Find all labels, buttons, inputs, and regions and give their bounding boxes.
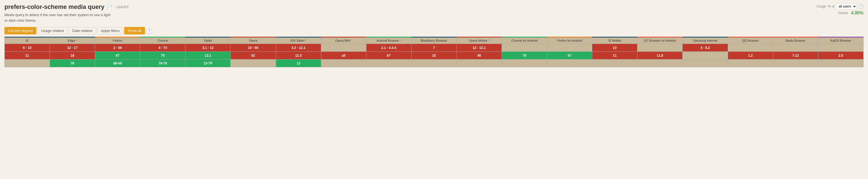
browser-header-ie-mob: IE Mobile bbox=[592, 37, 638, 44]
table-row: 1118677512.16212.3all67104675671111.81.2… bbox=[5, 52, 864, 59]
table-row: 6 - 1012 - 172 - 664 - 743.1 - 1210 - 60… bbox=[5, 44, 864, 52]
cell-chrome: 76-78 bbox=[140, 59, 185, 67]
browser-header-android: Android Browser * bbox=[366, 37, 411, 44]
cell-ios: 3.2 - 12.1 bbox=[276, 44, 321, 52]
browser-header-qq: QQ Browser bbox=[728, 37, 773, 44]
cell-opera-mini bbox=[321, 44, 366, 52]
browser-header-ie: IE bbox=[5, 37, 50, 44]
table-row: 7668-6976-7813-TP13 bbox=[5, 59, 864, 67]
cell-opera: 10 - 60 bbox=[230, 44, 276, 52]
browser-header-safari: Safari bbox=[185, 37, 230, 44]
cell-baidu bbox=[773, 59, 818, 67]
global-label: Global bbox=[838, 11, 848, 15]
filter-help-button[interactable]: ? bbox=[146, 28, 152, 34]
title-text: prefers-color-scheme media query bbox=[4, 3, 104, 10]
cell-baidu bbox=[773, 44, 818, 52]
cell-kaios bbox=[818, 59, 863, 67]
browser-header-uc: UC Browser for Android bbox=[638, 37, 683, 44]
global-value: 4.95% bbox=[851, 10, 864, 16]
browser-header-baidu: Baidu Browser bbox=[773, 37, 818, 44]
cell-kaios: 2.5 bbox=[818, 52, 863, 59]
browser-header-samsung: Samsung Internet bbox=[683, 37, 728, 44]
cell-opera: 62 bbox=[230, 52, 276, 59]
date-relative-button[interactable]: Date relative bbox=[69, 27, 96, 34]
cell-android bbox=[366, 59, 411, 67]
browser-header-firefox: Firefox bbox=[95, 37, 140, 44]
cell-chrome: 75 bbox=[140, 52, 185, 59]
apply-filters-button[interactable]: Apply filters bbox=[97, 27, 123, 34]
unoff-badge: - UNOFF bbox=[115, 5, 129, 9]
browser-header-edge: Edge * bbox=[50, 37, 95, 44]
cell-firefox: 2 - 66 bbox=[95, 44, 140, 52]
cell-blackberry: 10 bbox=[411, 52, 457, 59]
cell-edge: 76 bbox=[50, 59, 95, 67]
cell-safari: 12.1 bbox=[185, 52, 230, 59]
show-all-button[interactable]: Show all bbox=[124, 27, 145, 34]
description: Media query to detect if the user has se… bbox=[4, 12, 808, 23]
cell-uc bbox=[638, 44, 683, 52]
browser-header-opera: Opera bbox=[230, 37, 276, 44]
cell-opera-mob bbox=[457, 59, 502, 67]
browser-header-ios: iOS Safari * bbox=[276, 37, 321, 44]
cell-ff-and bbox=[547, 44, 592, 52]
cell-android: 2.1 - 4.4.4 bbox=[366, 44, 411, 52]
cell-ios: 13 bbox=[276, 59, 321, 67]
cell-edge: 12 - 17 bbox=[50, 44, 95, 52]
browser-header-opera-mob: Opera Mobile * bbox=[457, 37, 502, 44]
support-data-rows: 6 - 1012 - 172 - 664 - 743.1 - 1210 - 60… bbox=[5, 44, 864, 67]
cell-uc bbox=[638, 59, 683, 67]
page-title: prefers-color-scheme media query 📄 - UNO… bbox=[4, 3, 808, 10]
cell-baidu: 7.12 bbox=[773, 52, 818, 59]
cell-kaios bbox=[818, 44, 863, 52]
cell-chrome-and bbox=[502, 44, 547, 52]
cell-ie: 6 - 10 bbox=[5, 44, 50, 52]
cell-ie-mob: 10 bbox=[592, 44, 638, 52]
cell-samsung bbox=[683, 52, 728, 59]
usage-label: Usage bbox=[816, 4, 826, 8]
cell-ff-and: 67 bbox=[547, 52, 592, 59]
cell-firefox: 68-69 bbox=[95, 59, 140, 67]
cell-samsung bbox=[683, 59, 728, 67]
cell-opera-mob: 46 bbox=[457, 52, 502, 59]
title-area: prefers-color-scheme media query 📄 - UNO… bbox=[4, 3, 808, 23]
cell-opera-mini: all bbox=[321, 52, 366, 59]
browser-header-kaios: KaiOS Browser bbox=[818, 37, 863, 44]
cell-qq bbox=[728, 44, 773, 52]
browser-header-ff-and: Firefox for Android bbox=[547, 37, 592, 44]
cell-samsung: 4 - 8.2 bbox=[683, 44, 728, 52]
cell-chrome: 4 - 74 bbox=[140, 44, 185, 52]
cell-qq: 1.2 bbox=[728, 52, 773, 59]
cell-opera bbox=[230, 59, 276, 67]
cell-uc: 11.8 bbox=[638, 52, 683, 59]
cell-ie-mob bbox=[592, 59, 638, 67]
users-select[interactable]: all users bbox=[836, 3, 857, 9]
cell-blackberry: 7 bbox=[411, 44, 457, 52]
browser-header-opera-mini: Opera Mini * bbox=[321, 37, 366, 44]
browser-header-chrome-and: Chrome for Android bbox=[502, 37, 547, 44]
cell-chrome-and bbox=[502, 59, 547, 67]
cell-chrome-and: 75 bbox=[502, 52, 547, 59]
cell-firefox: 67 bbox=[95, 52, 140, 59]
browser-header-blackberry: Blackberry Browser bbox=[411, 37, 457, 44]
cell-ie-mob: 11 bbox=[592, 52, 638, 59]
browser-header-row: IEEdge *FirefoxChromeSafariOperaiOS Safa… bbox=[5, 37, 864, 44]
cell-ie: 11 bbox=[5, 52, 50, 59]
usage-panel: Usage % of all users ? Global 4.95% bbox=[808, 3, 864, 16]
cell-ie bbox=[5, 59, 50, 67]
cell-edge: 18 bbox=[50, 52, 95, 59]
cell-safari: 13-TP bbox=[185, 59, 230, 67]
usage-help-button[interactable]: ? bbox=[859, 4, 864, 9]
current-aligned-button[interactable]: Current aligned bbox=[4, 27, 36, 34]
cell-blackberry bbox=[411, 59, 457, 67]
cell-android: 67 bbox=[366, 52, 411, 59]
browser-header-chrome: Chrome bbox=[140, 37, 185, 44]
cell-safari: 3.1 - 12 bbox=[185, 44, 230, 52]
doc-icon: 📄 bbox=[107, 4, 112, 10]
browser-support-table: IEEdge *FirefoxChromeSafariOperaiOS Safa… bbox=[4, 37, 864, 67]
cell-ff-and bbox=[547, 59, 592, 67]
cell-opera-mini bbox=[321, 59, 366, 67]
cell-opera-mob: 12 - 12.1 bbox=[457, 44, 502, 52]
cell-ios: 12.3 bbox=[276, 52, 321, 59]
filter-bar: Current aligned Usage relative Date rela… bbox=[4, 27, 864, 34]
usage-relative-button[interactable]: Usage relative bbox=[37, 27, 68, 34]
